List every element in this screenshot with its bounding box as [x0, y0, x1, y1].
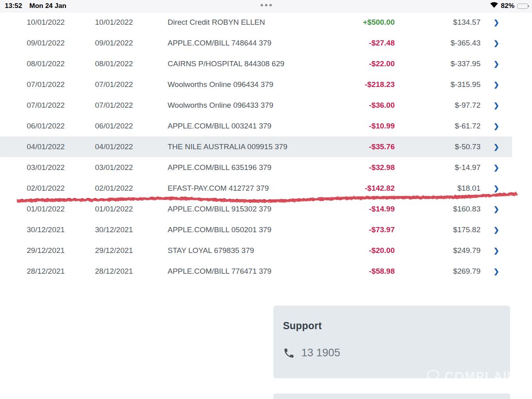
table-row[interactable]: 01/01/2022 01/01/2022 APPLE.COM/BILL 915…	[0, 199, 512, 219]
table-row[interactable]: 30/12/2021 30/12/2021 APPLE.COM/BILL 050…	[0, 219, 512, 240]
transaction-amount: -$27.48	[347, 39, 395, 47]
table-row[interactable]: 04/01/2022 04/01/2022 THE NILE AUSTRALIA…	[0, 136, 512, 157]
support-phone-row[interactable]: 13 1905	[283, 347, 500, 359]
transaction-description: Woolworths Online 096433 379	[168, 101, 347, 110]
chevron-right-icon[interactable]: ❯	[481, 226, 512, 234]
table-row[interactable]: 02/01/2022 02/01/2022 EFAST-PAY.COM 4127…	[0, 178, 512, 199]
transaction-effective-date: 28/12/2021	[95, 267, 168, 276]
table-row[interactable]: 06/01/2022 06/01/2022 APPLE.COM/BILL 003…	[0, 116, 512, 136]
transaction-effective-date: 01/01/2022	[95, 205, 168, 213]
table-row[interactable]: 29/12/2021 29/12/2021 STAY LOYAL 679835 …	[0, 240, 512, 261]
chevron-right-icon[interactable]: ❯	[481, 205, 512, 213]
transaction-amount: -$20.00	[347, 246, 395, 255]
support-phone-number: 13 1905	[301, 347, 340, 359]
transaction-date: 10/01/2022	[27, 18, 95, 27]
chevron-right-icon[interactable]: ❯	[481, 247, 512, 255]
transaction-balance: $-315.95	[395, 80, 481, 89]
transaction-balance: $134.57	[395, 18, 481, 27]
transaction-description: APPLE.COM/BILL 003241 379	[168, 122, 347, 130]
transaction-balance: $18.01	[395, 184, 481, 193]
transaction-effective-date: 10/01/2022	[95, 18, 168, 27]
transaction-date: 28/12/2021	[27, 267, 95, 276]
transaction-description: APPLE.COM/BILL 635196 379	[168, 163, 347, 172]
transaction-description: Woolworths Online 096434 379	[168, 80, 347, 89]
status-bar: 13:52 Mon 24 Jan 82%	[0, 0, 532, 12]
transaction-date: 29/12/2021	[27, 246, 95, 255]
table-row[interactable]: 08/01/2022 08/01/2022 CAIRNS P/HOSPITAL …	[0, 53, 512, 74]
table-row[interactable]: 10/01/2022 10/01/2022 Direct Credit ROBY…	[0, 12, 512, 33]
chevron-right-icon[interactable]: ❯	[481, 39, 512, 47]
table-row[interactable]: 03/01/2022 03/01/2022 APPLE.COM/BILL 635…	[0, 157, 512, 178]
transaction-description: STAY LOYAL 679835 379	[168, 246, 347, 255]
chevron-right-icon[interactable]: ❯	[481, 122, 512, 130]
transaction-description: CAIRNS P/HOSPITAL 844308 629	[168, 59, 347, 68]
transaction-balance: $-50.73	[395, 142, 481, 151]
transaction-description: APPLE.COM/BILL 915302 379	[168, 205, 347, 213]
transaction-effective-date: 30/12/2021	[95, 225, 168, 234]
transaction-balance: $-14.97	[395, 163, 481, 172]
transaction-effective-date: 04/01/2022	[95, 142, 168, 151]
transaction-amount: -$142.82	[347, 184, 395, 193]
chevron-right-icon[interactable]: ❯	[481, 184, 512, 193]
transaction-date: 08/01/2022	[27, 59, 95, 68]
transaction-amount: -$36.00	[347, 101, 395, 110]
ellipsis-icon[interactable]	[0, 4, 532, 6]
transaction-date: 09/01/2022	[27, 39, 95, 47]
chevron-right-icon[interactable]: ❯	[481, 18, 512, 27]
transaction-date: 07/01/2022	[27, 80, 95, 89]
transaction-description: APPLE.COM/BILL 050201 379	[168, 225, 347, 234]
chevron-right-icon[interactable]: ❯	[481, 164, 512, 172]
transaction-date: 07/01/2022	[27, 101, 95, 110]
transaction-amount: +$500.00	[347, 18, 395, 27]
transaction-amount: -$73.97	[347, 225, 395, 234]
transaction-effective-date: 09/01/2022	[95, 39, 168, 47]
table-row[interactable]: 07/01/2022 07/01/2022 Woolworths Online …	[0, 95, 512, 116]
transaction-amount: -$35.76	[347, 142, 395, 151]
chevron-right-icon[interactable]: ❯	[481, 60, 512, 68]
phone-icon	[283, 347, 295, 359]
transaction-description: APPLE.COM/BILL 776471 379	[168, 267, 347, 276]
transaction-balance: $-365.43	[395, 39, 481, 47]
transaction-amount: -$58.98	[347, 267, 395, 276]
transaction-date: 06/01/2022	[27, 122, 95, 130]
transaction-table: 10/01/2022 10/01/2022 Direct Credit ROBY…	[0, 12, 532, 282]
transaction-balance: $269.79	[395, 267, 481, 276]
table-row[interactable]: 28/12/2021 28/12/2021 APPLE.COM/BILL 776…	[0, 261, 512, 282]
transaction-effective-date: 29/12/2021	[95, 246, 168, 255]
table-row[interactable]: 07/01/2022 07/01/2022 Woolworths Online …	[0, 74, 512, 95]
chevron-right-icon[interactable]: ❯	[481, 101, 512, 110]
transaction-amount: -$32.98	[347, 163, 395, 172]
transaction-date: 02/01/2022	[27, 184, 95, 193]
transaction-balance: $175.82	[395, 225, 481, 234]
transaction-amount: -$22.00	[347, 59, 395, 68]
chevron-right-icon[interactable]: ❯	[481, 81, 512, 89]
transaction-description: THE NILE AUSTRALIA 009915 379	[168, 142, 347, 151]
transaction-balance: $-97.72	[395, 101, 481, 110]
watermark-text: COMPLAINTS	[445, 369, 532, 384]
next-card-partial	[273, 393, 510, 399]
transaction-description: EFAST-PAY.COM 412727 379	[168, 184, 347, 193]
transaction-effective-date: 06/01/2022	[95, 122, 168, 130]
transaction-amount: -$218.23	[347, 80, 395, 89]
chevron-right-icon[interactable]: ❯	[481, 267, 512, 276]
support-card: Support 13 1905 COMPLAINTS	[273, 306, 510, 378]
transaction-description: APPLE.COM/BILL 748644 379	[168, 39, 347, 47]
chevron-right-icon[interactable]: ❯	[481, 143, 512, 151]
transaction-effective-date: 07/01/2022	[95, 80, 168, 89]
transaction-effective-date: 07/01/2022	[95, 101, 168, 110]
transaction-balance: $160.83	[395, 205, 481, 213]
transaction-date: 30/12/2021	[27, 225, 95, 234]
transaction-effective-date: 02/01/2022	[95, 184, 168, 193]
support-title: Support	[283, 320, 500, 332]
table-row[interactable]: 09/01/2022 09/01/2022 APPLE.COM/BILL 748…	[0, 33, 512, 53]
transaction-effective-date: 03/01/2022	[95, 163, 168, 172]
speech-bubble-icon	[426, 369, 441, 384]
battery-icon	[517, 4, 528, 9]
transaction-balance: $-61.72	[395, 122, 481, 130]
transaction-amount: -$14.99	[347, 205, 395, 213]
transaction-effective-date: 08/01/2022	[95, 59, 168, 68]
transaction-amount: -$10.99	[347, 122, 395, 130]
transaction-description: Direct Credit ROBYN ELLEN	[168, 18, 347, 27]
transaction-balance: $249.79	[395, 246, 481, 255]
watermark: COMPLAINTS	[426, 369, 532, 384]
